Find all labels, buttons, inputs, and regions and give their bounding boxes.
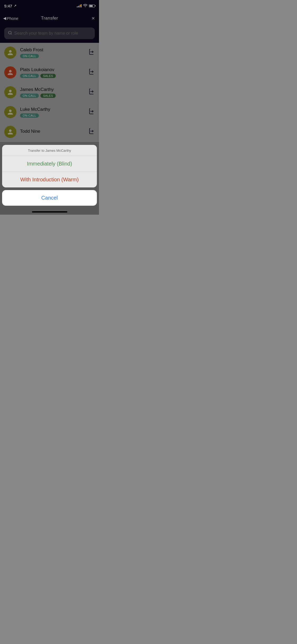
with-introduction-warm-button[interactable]: With Introduction (Warm) (2, 172, 97, 187)
overlay: Transfer to James McCarthy Immediately (… (0, 0, 99, 215)
home-indicator (32, 211, 67, 213)
action-sheet-title: Transfer to James McCarthy (2, 145, 97, 156)
cancel-button[interactable]: Cancel (2, 190, 97, 206)
immediately-blind-button[interactable]: Immediately (Blind) (2, 156, 97, 172)
action-sheet: Transfer to James McCarthy Immediately (… (2, 145, 97, 187)
